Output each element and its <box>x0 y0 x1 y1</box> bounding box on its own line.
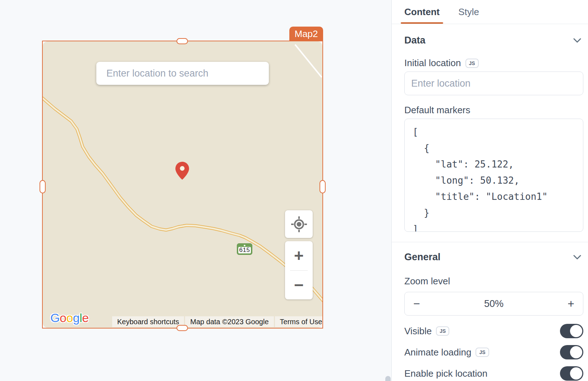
visible-toggle-row: Visible JS <box>404 324 583 338</box>
chevron-down-icon[interactable] <box>573 38 581 43</box>
js-binding-badge[interactable]: JS <box>465 59 479 68</box>
map-data-copyright: Map data ©2023 Google <box>185 316 274 327</box>
shield-dot <box>244 245 245 246</box>
component-name-badge: Map2 <box>289 27 323 41</box>
js-binding-badge[interactable]: JS <box>436 326 449 336</box>
zoom-level-stepper: − 50% + <box>404 292 583 316</box>
increment-button[interactable]: + <box>560 298 574 309</box>
default-markers-label-row: Default markers <box>404 105 583 116</box>
default-markers-label: Default markers <box>404 105 470 116</box>
animate-loading-toggle[interactable] <box>560 345 583 359</box>
zoom-level-value: 50% <box>428 298 560 309</box>
locate-target-icon <box>291 216 307 233</box>
enable-pick-location-toggle-row: Enable pick location <box>404 366 583 381</box>
google-map[interactable]: 615 + − Google <box>43 41 322 328</box>
route-shield-615: 615 <box>237 243 252 255</box>
tab-content[interactable]: Content <box>404 0 440 24</box>
map-component[interactable]: Map2 615 <box>42 41 323 329</box>
chevron-down-icon[interactable] <box>573 255 581 260</box>
initial-location-input[interactable] <box>404 72 583 95</box>
settings-panel: Content Style Data Initial location JS <box>391 0 588 381</box>
data-section-header: Data <box>404 35 583 46</box>
general-section-title: General <box>404 252 441 263</box>
map-attribution-bar: Keyboard shortcuts Map data ©2023 Google… <box>112 316 322 327</box>
default-markers-editor[interactable]: [ { "lat": 25.122, "long": 50.132, "titl… <box>404 119 583 232</box>
canvas-scrollbar-thumb[interactable] <box>385 376 391 381</box>
terms-of-use-link[interactable]: Terms of Use <box>275 316 322 327</box>
visible-toggle[interactable] <box>560 324 583 338</box>
section-divider <box>392 242 588 242</box>
zoom-out-button[interactable]: − <box>285 271 313 300</box>
data-section-title: Data <box>404 35 426 46</box>
toggle-knob <box>570 346 582 358</box>
keyboard-shortcuts-link[interactable]: Keyboard shortcuts <box>112 316 184 327</box>
google-logo[interactable]: Google <box>50 311 89 325</box>
general-section-header: General <box>404 252 583 263</box>
my-location-button[interactable] <box>285 210 313 238</box>
map-zoom-control: + − <box>285 241 313 299</box>
active-tab-underline <box>401 22 443 24</box>
toggle-knob <box>570 367 582 380</box>
resize-handle-right[interactable] <box>320 180 326 193</box>
app-builder-screen: Map2 615 <box>0 0 588 381</box>
panel-body: Data Initial location JS Default markers… <box>392 35 588 381</box>
panel-tabs: Content Style <box>392 0 588 24</box>
animate-loading-toggle-row: Animate loading JS <box>404 345 583 359</box>
initial-location-label-row: Initial location JS <box>404 58 583 69</box>
initial-location-label: Initial location <box>404 58 461 69</box>
zoom-level-label-row: Zoom level <box>404 276 583 287</box>
shield-number: 615 <box>238 247 251 253</box>
js-binding-badge[interactable]: JS <box>476 348 489 357</box>
zoom-in-button[interactable]: + <box>285 241 313 270</box>
resize-handle-bottom[interactable] <box>176 325 188 331</box>
resize-handle-top[interactable] <box>176 38 188 44</box>
animate-loading-label: Animate loading <box>404 347 471 358</box>
resize-handle-left[interactable] <box>40 180 46 193</box>
enable-pick-location-toggle[interactable] <box>560 366 583 381</box>
tab-style[interactable]: Style <box>458 0 479 24</box>
decrement-button[interactable]: − <box>413 298 428 309</box>
enable-pick-location-label: Enable pick location <box>404 368 487 379</box>
zoom-level-label: Zoom level <box>404 276 450 287</box>
visible-label: Visible <box>404 326 432 337</box>
map-search-input[interactable] <box>96 62 269 85</box>
toggle-knob <box>570 325 582 337</box>
map-marker-pin <box>175 162 189 180</box>
